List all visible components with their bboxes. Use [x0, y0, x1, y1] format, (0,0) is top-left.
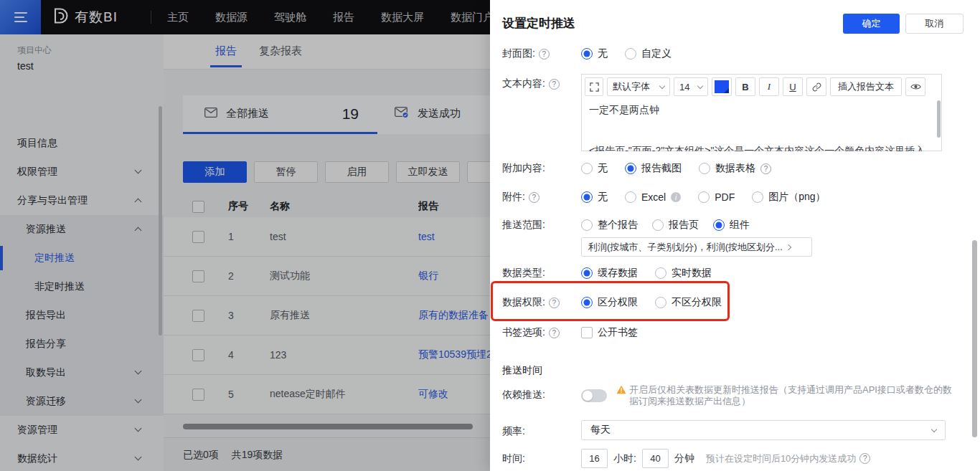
sidebar-item-permission[interactable]: 权限管理 — [0, 158, 164, 186]
radio-icon — [581, 219, 593, 231]
nav-item-dashboard[interactable]: 驾驶舱 — [274, 11, 306, 24]
nav-item-portal[interactable]: 数据门户 — [451, 11, 490, 24]
table-row: 2 测试功能 银行 — [164, 257, 490, 296]
frequency-select[interactable]: 每天 — [581, 420, 946, 440]
row-checkbox[interactable] — [192, 389, 204, 401]
bold-button[interactable]: B — [735, 77, 755, 96]
sidebar-item-data-export[interactable]: 取数导出 — [0, 358, 164, 387]
hour-input[interactable] — [581, 449, 608, 468]
depend-toggle[interactable] — [581, 389, 607, 402]
nav-item-bigscreen[interactable]: 数据大屏 — [381, 11, 424, 24]
minute-input[interactable] — [642, 449, 669, 468]
scope-option-component[interactable]: 组件 — [713, 219, 750, 232]
datatype-row: 数据类型: 缓存数据 实时数据 — [502, 267, 712, 280]
file-option-png[interactable]: 图片（png） — [752, 191, 825, 204]
card-send-success[interactable]: 发送成功 — [377, 95, 490, 134]
sidebar-item-resource-manage[interactable]: 资源管理 — [0, 416, 164, 444]
cell-report-link[interactable]: 预警10539预埋2 — [418, 348, 490, 361]
font-family-select[interactable]: 默认字体 — [607, 77, 670, 96]
send-now-button[interactable]: 立即发送 — [396, 161, 460, 183]
nav-item-home[interactable]: 主页 — [167, 11, 189, 24]
select-all-checkbox[interactable] — [192, 201, 204, 213]
datatype-option-realtime[interactable]: 实时数据 — [655, 267, 712, 280]
public-bookmark-checkbox[interactable]: 公开书签 — [581, 326, 638, 339]
mail-icon — [204, 108, 217, 120]
sidebar-item-data-stats[interactable]: 数据统计 — [0, 444, 164, 471]
fullscreen-icon[interactable] — [585, 77, 603, 96]
enable-button[interactable]: 启用 — [325, 161, 389, 183]
scope-option-page[interactable]: 报告页 — [652, 219, 699, 232]
cell-report-link[interactable]: test — [418, 231, 490, 242]
nav-item-report[interactable]: 报告 — [333, 11, 354, 24]
cover-option-custom[interactable]: 自定义 — [625, 47, 672, 60]
attach-option-datatable[interactable]: 数据表格 — [699, 162, 771, 175]
font-color-button[interactable] — [712, 77, 732, 96]
chevron-down-icon — [659, 82, 665, 88]
selected-count: 已选0项 — [183, 449, 219, 460]
editor-scrollbar[interactable] — [937, 100, 941, 138]
component-selection-box[interactable]: 利润(按城市、子类别划分)，利润(按地区划分... — [581, 237, 812, 257]
horizontal-scrollbar[interactable] — [183, 424, 473, 429]
perm-option-no-distinguish[interactable]: 不区分权限 — [655, 296, 722, 309]
row-checkbox[interactable] — [192, 231, 204, 243]
file-option-pdf[interactable]: PDF — [698, 191, 735, 203]
project-name[interactable]: test — [17, 60, 164, 72]
help-icon[interactable] — [549, 298, 560, 308]
nav-item-datasource[interactable]: 数据源 — [215, 11, 248, 24]
row-checkbox[interactable] — [192, 270, 204, 282]
hamburger-menu-button[interactable] — [0, 0, 41, 34]
italic-button[interactable]: I — [759, 77, 779, 96]
tab-report[interactable]: 报告 — [215, 44, 237, 58]
help-icon[interactable] — [549, 79, 560, 90]
cell-report-link[interactable]: 可修改 — [418, 388, 490, 401]
confirm-button[interactable]: 确定 — [843, 14, 900, 34]
header-seq: 序号 — [228, 200, 257, 213]
sidebar-item-resource-migrate[interactable]: 资源迁移 — [0, 387, 164, 416]
sidebar-item-report-export[interactable]: 报告导出 — [0, 301, 164, 330]
attach-option-none[interactable]: 无 — [581, 162, 608, 175]
sidebar-scrollbar[interactable] — [159, 106, 162, 336]
cell-report-link[interactable]: 原有的数据准备 — [418, 309, 490, 322]
eye-icon[interactable] — [905, 77, 925, 96]
cancel-button[interactable]: 取消 — [905, 14, 963, 34]
clipped-button[interactable] — [467, 161, 490, 183]
sidebar-item-share-export[interactable]: 分享与导出管理 — [0, 186, 164, 215]
info-icon[interactable] — [671, 192, 681, 202]
file-option-excel[interactable]: Excel — [625, 191, 681, 203]
pause-button[interactable]: 暂停 — [254, 161, 318, 183]
help-icon[interactable] — [859, 453, 870, 464]
radio-selected-icon — [581, 48, 593, 60]
add-button[interactable]: 添加 — [183, 161, 247, 183]
help-icon[interactable] — [549, 328, 560, 338]
row-checkbox[interactable] — [192, 349, 204, 361]
editor-text-area[interactable]: 一定不是两点钟 <报告页-"页面-2"文本组件>"这个是一个文本内容这个一个颜色… — [582, 99, 941, 151]
sidebar-item-unscheduled-push[interactable]: 非定时推送 — [0, 272, 164, 301]
link-icon[interactable] — [806, 77, 826, 96]
cell-report-link[interactable]: 银行 — [418, 270, 490, 282]
font-size-select[interactable]: 14 — [674, 77, 708, 96]
attach-option-screenshot[interactable]: 报告截图 — [625, 162, 682, 175]
attach-content-row: 附加内容: 无 报告截图 数据表格 — [502, 162, 771, 175]
card-all-push[interactable]: 全部推送 19 — [183, 95, 377, 134]
help-icon[interactable] — [529, 192, 540, 203]
underline-button[interactable]: U — [783, 77, 803, 96]
help-icon[interactable] — [760, 163, 771, 174]
help-icon[interactable] — [539, 49, 550, 60]
sidebar-item-scheduled-push[interactable]: 定时推送 — [0, 244, 164, 272]
row-checkbox[interactable] — [192, 310, 204, 322]
scope-option-whole[interactable]: 整个报告 — [581, 219, 638, 232]
sidebar-item-resource-push[interactable]: 资源推送 — [0, 215, 164, 244]
header-report: 报告 — [418, 200, 490, 213]
perm-option-distinguish[interactable]: 区分权限 — [581, 296, 638, 309]
cover-row: 封面图: 无 自定义 — [502, 47, 672, 60]
tab-complex-report[interactable]: 复杂报表 — [259, 44, 302, 58]
toolbar: 添加 暂停 启用 立即发送 — [183, 161, 490, 183]
datatype-option-cache[interactable]: 缓存数据 — [581, 267, 638, 280]
file-option-none[interactable]: 无 — [581, 191, 608, 204]
sidebar-item-project-info[interactable]: 项目信息 — [0, 129, 164, 158]
insert-report-text-button[interactable]: 插入报告文本 — [830, 77, 902, 96]
sidebar-item-report-share[interactable]: 报告分享 — [0, 330, 164, 358]
cover-option-none[interactable]: 无 — [581, 47, 608, 60]
top-navbar: 有数BI 主页 数据源 驾驶舱 报告 数据大屏 数据门户 — [0, 0, 490, 34]
drawer-scrollbar[interactable] — [972, 240, 977, 437]
